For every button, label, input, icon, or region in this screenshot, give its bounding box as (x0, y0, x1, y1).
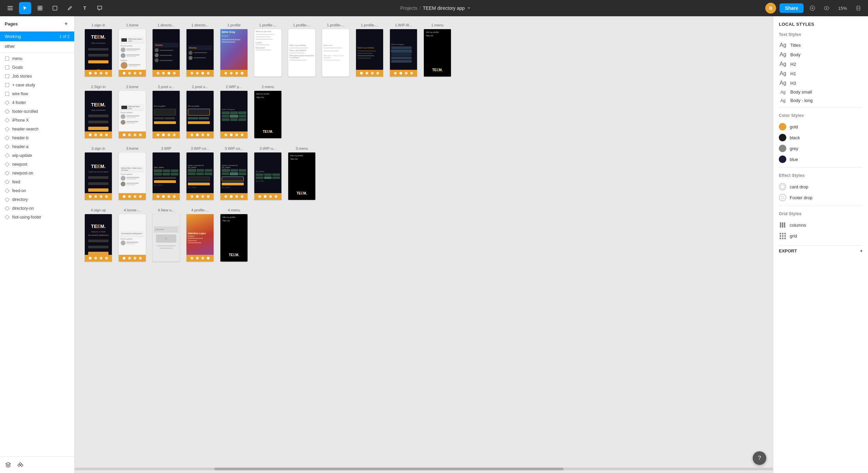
style-row-body-long[interactable]: Ag Body - long (779, 96, 863, 105)
frame-thumb[interactable]: TEEM. Stay connected (85, 91, 112, 138)
export-section[interactable]: EXPORT + (779, 245, 863, 256)
frame-thumb[interactable]: Monica Rice - Catch Up on the latest Rec… (119, 152, 146, 200)
layer-newpost-on[interactable]: newpost-on (0, 169, 74, 178)
style-label-h2: H2 (790, 62, 796, 67)
diamond-icon-9 (5, 171, 9, 176)
hamburger-button[interactable] (4, 2, 16, 14)
working-page-item[interactable]: Working 1 of 2 (0, 32, 74, 41)
layer-feed-on[interactable]: feed-on (0, 186, 74, 195)
diamond-icon-8 (5, 162, 9, 167)
select-tool-button[interactable] (19, 2, 31, 14)
frame-thumb[interactable]: Welcome back, Doe! Recent updates (119, 91, 146, 138)
style-row-blue[interactable]: blue (779, 154, 863, 165)
style-row-body[interactable]: Ag Body (779, 50, 863, 59)
book-button[interactable] (853, 3, 864, 14)
style-label-columns: columns (790, 223, 806, 228)
share-button[interactable]: Share (780, 3, 804, 13)
style-row-titles[interactable]: Ag Titles (779, 40, 863, 50)
frame-tool-button[interactable] (34, 2, 46, 14)
style-row-footer-drop[interactable]: Footer drop (779, 192, 863, 203)
layer-not-using-footer[interactable]: Not-using-footer (0, 213, 74, 222)
frame-group-2signin: 2.Sign in TEEM. Stay connected (85, 85, 112, 138)
comment-tool-button[interactable] (94, 2, 106, 14)
play-button[interactable] (807, 3, 818, 14)
layer-footer[interactable]: 4 footer (0, 98, 74, 107)
layer-header-b[interactable]: header-b (0, 133, 74, 142)
help-button[interactable]: ? (753, 451, 766, 465)
layer-header-a[interactable]: header-a (0, 142, 74, 151)
frame-thumb[interactable]: @pic_athlete (153, 152, 180, 200)
frame-thumb[interactable]: Edit my profile Sign out TEEM. (424, 29, 451, 77)
frame-thumb[interactable]: @J_athlete (254, 152, 281, 200)
view-button[interactable] (821, 3, 832, 14)
frame-group-3wipu: 3.WIP-u... @J_athlete (254, 146, 281, 200)
canvas-scrollbar[interactable] (75, 468, 773, 470)
frame-thumb[interactable]: Work in Progress (220, 91, 248, 138)
frame-row-4: 4.sign up TEEM. Welcome to TEEM Get star… (85, 208, 763, 262)
frame-thumb[interactable]: Directory (153, 29, 180, 77)
projects-link[interactable]: Projects (400, 5, 417, 11)
frame-label: 4.menu (228, 208, 240, 212)
frame-thumb[interactable]: TEEM. Stay connected (85, 29, 112, 77)
layer-iphone-x[interactable]: iPhone X (0, 116, 74, 125)
other-page-item[interactable]: other (0, 41, 74, 51)
frame-thumb[interactable]: What's next... What does... focus on you… (322, 29, 349, 77)
frame-thumb[interactable]: What is your birthday... What is your pl… (288, 29, 315, 77)
layer-directory[interactable]: directory (0, 195, 74, 204)
frame-thumb[interactable]: Leave a comment for @J_athlete (220, 152, 248, 200)
style-row-gold[interactable]: gold (779, 121, 863, 132)
frame-thumb[interactable]: Edit my profile Sign out TEEM. (220, 214, 248, 262)
frame-thumb[interactable]: Edit my profile Sign out TEEM. (254, 91, 281, 138)
style-row-card-drop[interactable]: card drop (779, 181, 863, 192)
style-row-columns[interactable]: columns (779, 220, 863, 230)
frame-group-3home: 3.home Monica Rice - Catch Up on the lat… (119, 146, 146, 200)
frame-thumb[interactable]: Valentina Lopez Location Department (186, 214, 214, 262)
layers-button[interactable] (3, 459, 14, 470)
app-title[interactable]: TEEM directory app (423, 5, 465, 11)
layer-wire-flow[interactable]: wire flow (0, 89, 74, 98)
frame-thumb[interactable]: What's on your mind... Location Departme… (254, 29, 281, 77)
style-row-h1[interactable]: Ag H1 (779, 69, 863, 78)
frame-thumb[interactable]: Get started by clicking here Recent upda… (119, 214, 146, 262)
layer-header-search[interactable]: header-search (0, 125, 74, 133)
frame-thumb[interactable]: Directory (186, 29, 214, 77)
style-row-body-small[interactable]: Ag Body small (779, 88, 863, 96)
layer-newpost[interactable]: newpost (0, 160, 74, 169)
frame-thumb[interactable]: @picathlete + (153, 214, 180, 262)
style-row-black[interactable]: black (779, 132, 863, 143)
style-row-h3[interactable]: Ag H3 (779, 78, 863, 88)
style-row-grey[interactable]: grey (779, 143, 863, 154)
export-plus[interactable]: + (860, 248, 863, 253)
frame-thumb[interactable]: Leave a comment for @J_athlete (186, 152, 214, 200)
text-tool-button[interactable]: T (79, 2, 91, 14)
style-row-grid[interactable]: grid (779, 230, 863, 241)
frame-thumb[interactable]: TEEM. Catch up on the latest (85, 152, 112, 200)
layer-job-stories[interactable]: Job stories (0, 72, 74, 81)
style-row-h2[interactable]: Ag H2 (779, 59, 863, 69)
text-styles-section-title: Text Styles (779, 32, 863, 37)
frame-thumb[interactable]: Billie Gray Designer (220, 29, 248, 77)
pen-tool-button[interactable] (64, 2, 76, 14)
zoom-control[interactable]: 15% (835, 4, 850, 12)
frame-thumb[interactable]: Work in Progress (390, 29, 417, 77)
shape-tool-button[interactable] (49, 2, 61, 14)
layer-case-study[interactable]: + case study (0, 81, 74, 89)
frame-thumb[interactable]: Welcome back, Joe! Recent updates (119, 29, 146, 77)
canvas-area[interactable]: 1.sign in TEEM. Stay connected (75, 16, 773, 473)
frame-thumb[interactable]: Post an update (186, 91, 214, 138)
frame-thumb[interactable]: Edit my profile Sign out TEEM. (288, 152, 315, 200)
frame-thumb[interactable]: Hola! It's your birthday (356, 29, 383, 77)
add-page-button[interactable]: + (63, 20, 70, 27)
layer-feed[interactable]: feed (0, 178, 74, 186)
layer-wip-update[interactable]: wip-update (0, 151, 74, 160)
layer-directory-on[interactable]: directory-on (0, 204, 74, 213)
diamond-icon-7 (5, 153, 9, 158)
user-avatar[interactable]: B (765, 3, 776, 14)
diamond-icon-5 (5, 136, 9, 140)
frame-thumb[interactable]: Post an update (153, 91, 180, 138)
frame-thumb[interactable]: TEEM. Welcome to TEEM Get started by cli… (85, 214, 112, 262)
layer-footer-scrolled[interactable]: footer-scrolled (0, 107, 74, 116)
layer-menu[interactable]: menu (0, 54, 74, 63)
layer-goals[interactable]: Goals (0, 63, 74, 72)
components-button[interactable] (15, 459, 26, 470)
